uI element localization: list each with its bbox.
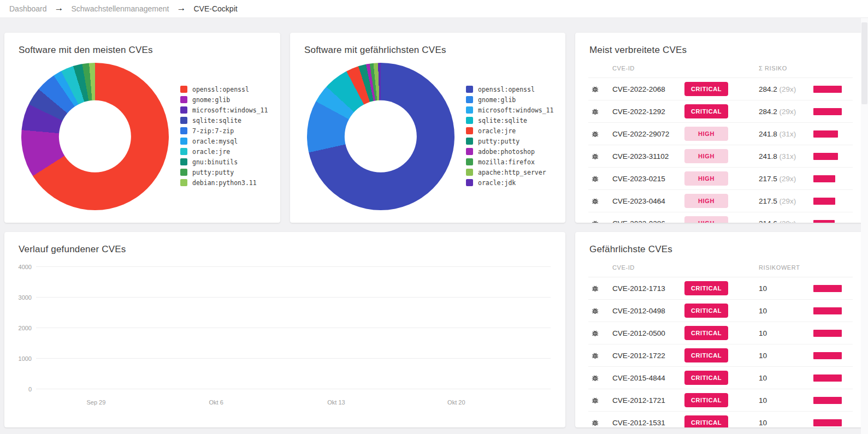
legend-item[interactable]: sqlite:sqlite [466,117,553,124]
breadcrumb-item-dashboard[interactable]: Dashboard [9,4,47,13]
table-row[interactable]: CVE-2012-1713CRITICAL10 [588,277,853,300]
legend-swatch [466,127,473,134]
card-most-common-cves: Meist verbreitete CVEs CVE-ID Σ RISIKO C… [575,33,864,223]
severity-badge: HIGH [684,216,728,223]
cve-id[interactable]: CVE-2022-1292 [612,108,684,116]
bar-slot [448,267,465,389]
legend-item[interactable]: putty:putty [180,169,268,176]
bar-slot [362,267,379,389]
risk-value: 217.5 (29x) [759,175,813,183]
legend-item[interactable]: microsoft:windows_11 [180,106,268,114]
severity-cell: HIGH [684,171,759,186]
risk-bar-cell [813,374,853,382]
cve-id[interactable]: CVE-2023-0464 [612,197,684,205]
table-row[interactable]: CVE-2022-29072HIGH241.8 (31x) [588,123,853,145]
legend-label: mozilla:firefox [478,158,535,166]
severity-badge: CRITICAL [684,393,728,407]
table-row[interactable]: CVE-2023-31102HIGH241.8 (31x) [588,145,853,168]
breadcrumb-item-schwachstellenmanagement[interactable]: Schwachstellenmanagement [72,4,169,13]
bug-icon [588,85,612,94]
legend-swatch [180,179,187,186]
legend-item[interactable]: 7-zip:7-zip [180,127,268,134]
legend-item[interactable]: gnome:glib [466,96,553,103]
legend-swatch [466,117,473,124]
cve-id[interactable]: CVE-2012-0498 [612,307,684,315]
severity-cell: CRITICAL [684,281,759,295]
table-row[interactable]: CVE-2012-1531CRITICAL10 [588,412,853,427]
bug-icon [588,152,612,161]
table-row[interactable]: CVE-2012-0498CRITICAL10 [588,300,853,322]
severity-cell: CRITICAL [684,104,759,118]
x-axis: Sep 29Okt 6Okt 13Okt 20 [36,399,551,408]
cve-id[interactable]: CVE-2023-0215 [612,175,684,183]
legend-item[interactable]: adobe:photoshop [466,148,553,155]
legend-label: oracle:mysql [192,138,238,145]
legend-item[interactable]: mozilla:firefox [466,158,553,165]
legend-item[interactable]: sqlite:sqlite [180,117,268,124]
page-scrollbar-thumb[interactable] [861,22,867,104]
risk-value: 10 [759,307,813,315]
risk-value: 10 [759,396,813,405]
legend-item[interactable]: oracle:mysql [180,138,268,145]
risk-value: 10 [759,329,813,337]
severity-cell: CRITICAL [684,304,759,318]
cve-id[interactable]: CVE-2012-0500 [612,329,684,337]
cve-id[interactable]: CVE-2015-4844 [612,374,684,382]
table-row[interactable]: CVE-2012-1721CRITICAL10 [588,389,853,412]
donut-chart-most-cves[interactable] [21,63,169,210]
table-row[interactable]: CVE-2012-0500CRITICAL10 [588,322,853,344]
cve-id[interactable]: CVE-2012-1713 [612,284,684,293]
col-risk: RISIKOWERT [759,264,813,271]
table-row[interactable]: CVE-2015-4844CRITICAL10 [588,367,853,389]
legend-swatch [180,106,187,114]
bars-container [36,267,551,389]
legend-item[interactable]: openssl:openssl [466,86,553,93]
cve-id[interactable]: CVE-2023-0286 [612,219,684,223]
bar-slot [122,267,139,389]
y-axis-tick: 1000 [19,355,32,362]
risk-value: 217.5 (29x) [759,197,813,205]
legend-item[interactable]: oracle:jdk [466,179,553,186]
bar-slot [311,267,328,389]
table-row[interactable]: CVE-2012-1722CRITICAL10 [588,344,853,367]
severity-cell: CRITICAL [684,415,759,427]
table-row[interactable]: CVE-2022-1292CRITICAL284.2 (29x) [588,100,853,123]
legend-label: gnu:binutils [192,158,238,166]
breadcrumb-item-cve-cockpit: CVE-Cockpit [194,4,238,13]
y-axis: 01000200030004000 [9,267,32,389]
legend-label: apache:http_server [478,169,546,176]
risk-value: 10 [759,284,813,293]
severity-cell: CRITICAL [684,393,759,407]
cve-id[interactable]: CVE-2023-31102 [612,152,684,160]
legend-item[interactable]: debian:python3.11 [180,179,268,186]
legend-item[interactable]: openssl:openssl [180,86,268,93]
table-row[interactable]: CVE-2023-0464HIGH217.5 (29x) [588,190,853,212]
table-row[interactable]: CVE-2023-0215HIGH217.5 (29x) [588,168,853,190]
bug-icon [588,329,612,338]
legend-item[interactable]: putty:putty [466,138,553,145]
legend-item[interactable]: oracle:jre [180,148,268,155]
bar-slot [36,267,53,389]
breadcrumb-arrow-icon: → [55,3,64,14]
legend-label: sqlite:sqlite [192,117,241,124]
legend-item[interactable]: oracle:jre [466,127,553,134]
legend-label: microsoft:windows_11 [478,106,553,114]
cve-id[interactable]: CVE-2022-2068 [612,85,684,93]
card-title: Gefährlichste CVEs [589,244,672,255]
legend-item[interactable]: gnu:binutils [180,158,268,165]
bar-slot [345,267,362,389]
legend-item[interactable]: apache:http_server [466,169,553,176]
cve-id[interactable]: CVE-2022-29072 [612,130,684,138]
legend-item[interactable]: microsoft:windows_11 [466,106,553,114]
col-cve-id: CVE-ID [612,65,684,72]
risk-bar-cell [813,130,853,138]
table-row[interactable]: CVE-2022-2068CRITICAL284.2 (29x) [588,78,853,100]
table-row[interactable]: CVE-2023-0286HIGH214.6 (29x) [588,212,853,223]
donut-chart-dangerous-cves[interactable] [307,63,454,210]
cve-id[interactable]: CVE-2012-1722 [612,352,684,360]
cve-id[interactable]: CVE-2012-1531 [612,419,684,427]
page-scrollbar-track[interactable] [861,18,868,434]
cve-id[interactable]: CVE-2012-1721 [612,396,684,405]
severity-cell: CRITICAL [684,348,759,362]
legend-item[interactable]: gnome:glib [180,96,268,103]
